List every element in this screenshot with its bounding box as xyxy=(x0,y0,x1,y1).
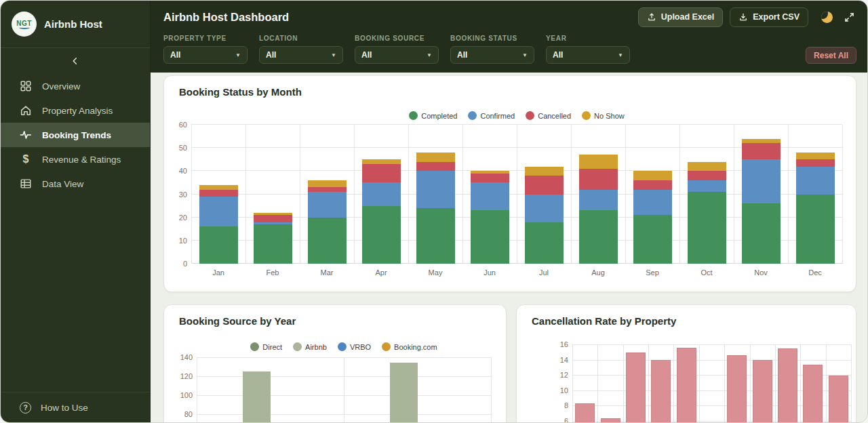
bar-segment-no-show[interactable] xyxy=(579,155,618,169)
bar-segment-completed[interactable] xyxy=(362,206,401,264)
y-tick-label: 80 xyxy=(172,410,193,418)
bar-segment-confirmed[interactable] xyxy=(308,192,347,218)
bar-segment-cancelled[interactable] xyxy=(525,176,564,194)
stacked-bar[interactable] xyxy=(362,159,401,264)
bar-segment-confirmed[interactable] xyxy=(742,159,781,203)
bar-segment-cancelled[interactable] xyxy=(579,169,618,190)
cancellation-bar[interactable] xyxy=(829,376,848,422)
sidebar-item-data-view[interactable]: Data View xyxy=(1,172,150,196)
reset-all-button[interactable]: Reset All xyxy=(806,47,856,64)
legend-swatch xyxy=(293,342,302,351)
sidebar-collapse-button[interactable] xyxy=(1,48,150,74)
legend-item[interactable]: Booking.com xyxy=(382,342,437,351)
bar-segment-completed[interactable] xyxy=(308,218,347,264)
bar-segment-confirmed[interactable] xyxy=(416,171,455,208)
export-csv-button[interactable]: Export CSV xyxy=(730,7,808,27)
legend-item[interactable]: Completed xyxy=(409,111,457,120)
stacked-bar[interactable] xyxy=(742,139,781,264)
bar-segment-completed[interactable] xyxy=(796,195,835,264)
bar-segment-no-show[interactable] xyxy=(416,153,455,162)
year-dropdown[interactable]: All ▼ xyxy=(546,46,630,64)
bar-segment-no-show[interactable] xyxy=(688,162,726,172)
bar-segment-completed[interactable] xyxy=(471,210,509,264)
bar-segment-confirmed[interactable] xyxy=(362,182,401,205)
stacked-bar[interactable] xyxy=(796,153,835,264)
cancellation-bar[interactable] xyxy=(677,348,696,423)
cancellation-bar[interactable] xyxy=(778,348,797,422)
bar-segment-no-show[interactable] xyxy=(796,153,835,159)
theme-toggle-button[interactable] xyxy=(821,10,834,24)
bar-segment-completed[interactable] xyxy=(633,215,672,264)
location-dropdown[interactable]: All ▼ xyxy=(259,46,343,64)
bar-segment-cancelled[interactable] xyxy=(471,174,509,183)
bar-segment-cancelled[interactable] xyxy=(254,215,292,222)
stacked-bar[interactable] xyxy=(688,162,726,264)
legend-item[interactable]: VRBO xyxy=(338,342,371,351)
booking-source-dropdown[interactable]: All ▼ xyxy=(355,46,439,64)
cancellation-bar[interactable] xyxy=(575,403,595,422)
bar-segment-cancelled[interactable] xyxy=(633,180,672,190)
bar-segment-completed[interactable] xyxy=(579,210,618,264)
sidebar-item-revenue-ratings[interactable]: $ Revenue & Ratings xyxy=(1,147,150,172)
bar-segment-cancelled[interactable] xyxy=(199,190,238,197)
sidebar-spacer xyxy=(1,196,150,392)
upload-excel-button[interactable]: Upload Excel xyxy=(638,7,724,27)
cancellation-bar[interactable] xyxy=(651,360,671,423)
bar-segment-cancelled[interactable] xyxy=(742,143,781,159)
logo-swoosh xyxy=(19,26,30,29)
legend-label: Airbnb xyxy=(305,343,327,351)
fullscreen-button[interactable] xyxy=(844,12,855,23)
bar-segment-no-show[interactable] xyxy=(742,139,781,144)
bar-segment-completed[interactable] xyxy=(742,203,781,264)
legend-item[interactable]: Cancelled xyxy=(526,111,571,120)
bar-segment-cancelled[interactable] xyxy=(688,171,726,180)
cancellation-bar[interactable] xyxy=(803,365,823,422)
bar-segment-completed[interactable] xyxy=(254,224,292,264)
bar-segment-no-show[interactable] xyxy=(525,167,564,176)
sidebar-item-overview[interactable]: Overview xyxy=(1,74,150,98)
bar-segment-cancelled[interactable] xyxy=(308,187,347,192)
cancellation-bar[interactable] xyxy=(626,352,646,422)
property-type-dropdown[interactable]: All ▼ xyxy=(163,46,248,64)
bar-segment-no-show[interactable] xyxy=(308,180,347,187)
bar-segment-confirmed[interactable] xyxy=(471,182,509,210)
stacked-bar[interactable] xyxy=(199,185,238,264)
bar-segment-completed[interactable] xyxy=(525,222,564,264)
stacked-bar[interactable] xyxy=(416,153,455,264)
bar-segment-confirmed[interactable] xyxy=(525,195,564,222)
legend-item[interactable]: Confirmed xyxy=(468,111,515,120)
bar-airbnb[interactable] xyxy=(243,371,271,422)
cancellation-bar[interactable] xyxy=(753,360,772,423)
bar-segment-completed[interactable] xyxy=(688,192,726,264)
bar-segment-no-show[interactable] xyxy=(633,171,672,180)
bar-segment-confirmed[interactable] xyxy=(633,190,672,216)
stacked-bar[interactable] xyxy=(525,167,564,264)
sidebar-item-booking-trends[interactable]: Booking Trends xyxy=(1,123,150,147)
stacked-bar[interactable] xyxy=(254,213,292,264)
bar-segment-no-show[interactable] xyxy=(362,159,401,164)
cancellation-bar[interactable] xyxy=(601,418,620,422)
bar-segment-confirmed[interactable] xyxy=(199,197,238,226)
bar-airbnb[interactable] xyxy=(390,363,418,422)
bar-segment-cancelled[interactable] xyxy=(362,164,401,182)
bar-segment-completed[interactable] xyxy=(199,226,238,264)
bar-segment-no-show[interactable] xyxy=(199,185,238,190)
stacked-bar[interactable] xyxy=(308,180,347,264)
legend-item[interactable]: Direct xyxy=(250,342,282,351)
stacked-bar[interactable] xyxy=(633,171,672,264)
stacked-bar[interactable] xyxy=(471,171,509,264)
booking-status-dropdown[interactable]: All ▼ xyxy=(450,46,534,64)
cancellation-bar[interactable] xyxy=(727,355,747,422)
stacked-bar[interactable] xyxy=(579,155,618,264)
bar-segment-cancelled[interactable] xyxy=(416,162,455,172)
bar-segment-cancelled[interactable] xyxy=(796,159,835,166)
bar-segment-confirmed[interactable] xyxy=(796,167,835,195)
bar-segment-completed[interactable] xyxy=(416,208,455,264)
legend-label: Completed xyxy=(421,112,457,120)
bar-segment-confirmed[interactable] xyxy=(579,190,618,211)
how-to-use-button[interactable]: ? How to Use xyxy=(1,392,150,422)
legend-item[interactable]: No Show xyxy=(582,111,625,120)
bar-segment-confirmed[interactable] xyxy=(688,180,726,192)
sidebar-item-property-analysis[interactable]: Property Analysis xyxy=(1,98,150,123)
legend-item[interactable]: Airbnb xyxy=(293,342,327,351)
